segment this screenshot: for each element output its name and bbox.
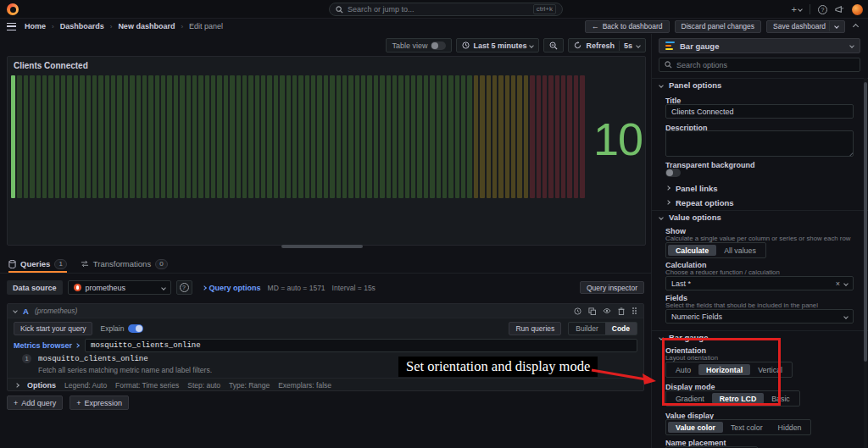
query-options-link[interactable]: Query options — [203, 284, 261, 292]
help-icon[interactable]: ? — [818, 5, 827, 14]
zoom-out-time-button[interactable] — [543, 38, 564, 53]
tab-transformations[interactable]: Transformations 0 — [81, 257, 168, 273]
menu-toggle-icon[interactable] — [7, 23, 16, 30]
option-calculate[interactable]: Calculate — [668, 245, 716, 256]
user-avatar[interactable] — [852, 4, 863, 15]
news-megaphone-icon[interactable] — [835, 5, 844, 14]
back-to-dashboard-button[interactable]: ← Back to dashboard — [585, 20, 670, 33]
chevron-down-icon[interactable] — [834, 24, 839, 29]
option-text-color[interactable]: Text color — [723, 422, 771, 433]
datasource-help-button[interactable]: ? — [176, 280, 192, 295]
option-value-color[interactable]: Value color — [668, 422, 723, 433]
options-search-input[interactable] — [676, 61, 854, 69]
discard-panel-changes-button[interactable]: Discard panel changes — [675, 20, 761, 33]
section-value-options[interactable]: Value options — [652, 210, 868, 224]
visualization-picker[interactable]: Bar gauge — [659, 38, 860, 53]
top-navigation-bar: ctrl+k + ? — [0, 0, 868, 19]
query-row-header[interactable]: A (prometheus) — [8, 304, 643, 318]
tab-queries[interactable]: Queries 1 — [8, 257, 67, 273]
explain-switch[interactable] — [128, 324, 143, 333]
gauge-cell — [461, 75, 465, 198]
show-desc: Calculate a single value per column or s… — [665, 235, 850, 242]
calculation-select[interactable]: Last * × — [665, 276, 854, 290]
duplicate-icon[interactable] — [588, 307, 596, 315]
breadcrumb-home[interactable]: Home — [25, 22, 46, 30]
refresh-interval[interactable]: 5s — [624, 41, 632, 50]
divider — [810, 4, 810, 14]
history-icon[interactable] — [574, 307, 581, 315]
datasource-picker[interactable]: prometheus — [68, 280, 171, 295]
add-expression-button[interactable]: + Expression — [70, 395, 129, 410]
builder-code-toggle: Builder Code — [568, 322, 637, 335]
save-dashboard-button[interactable]: Save dashboard — [766, 20, 845, 33]
chevron-right-icon — [665, 200, 670, 205]
trash-icon[interactable] — [618, 307, 625, 315]
add-menu-button[interactable]: + — [792, 5, 802, 14]
arrow-left-icon: ← — [592, 22, 599, 30]
option-format: Format: Time series — [115, 381, 179, 390]
add-query-button[interactable]: + Add query — [7, 395, 63, 410]
options-search[interactable] — [659, 58, 860, 72]
gauge-cell — [174, 75, 178, 198]
breadcrumb-dashboards[interactable]: Dashboards — [60, 22, 104, 30]
clear-icon[interactable]: × — [836, 279, 840, 288]
section-panel-links[interactable]: Panel links — [652, 181, 868, 195]
drag-handle-icon[interactable] — [632, 307, 637, 315]
gauge-cell — [530, 75, 534, 198]
refresh-button[interactable]: Refresh 5s — [568, 38, 646, 53]
chevron-down-icon — [843, 281, 849, 286]
table-view-toggle[interactable]: Table view — [386, 38, 452, 53]
option-hidden[interactable]: Hidden — [771, 422, 810, 433]
transparent-background-switch[interactable] — [665, 169, 681, 177]
time-range-picker[interactable]: Last 5 minutes — [456, 38, 539, 53]
divider — [829, 21, 830, 31]
gauge-cell — [124, 75, 128, 198]
bar-gauge-panel[interactable]: Clients Connected 10 — [7, 56, 646, 246]
description-textarea[interactable] — [665, 130, 854, 157]
gauge-cell — [211, 75, 215, 198]
gauge-cell — [98, 75, 103, 198]
database-icon — [8, 260, 16, 268]
sidebar-scrollbar-thumb[interactable] — [864, 82, 867, 362]
table-view-switch[interactable] — [431, 41, 446, 50]
kick-start-query-button[interactable]: Kick start your query — [14, 322, 92, 335]
query-options-summary[interactable]: Options Legend: Auto Format: Time series… — [8, 378, 643, 391]
gauge-cell — [474, 75, 478, 198]
bar-gauge-icon — [665, 41, 675, 51]
builder-option[interactable]: Builder — [569, 323, 604, 335]
metrics-browser-link[interactable]: Metrics browser — [14, 341, 79, 350]
collapse-header-icon[interactable] — [853, 23, 859, 29]
panel-title-input[interactable] — [665, 104, 854, 119]
global-search[interactable]: ctrl+k — [329, 3, 563, 16]
gauge-cell — [411, 75, 415, 198]
query-options-md: MD = auto = 1571 — [268, 284, 326, 292]
query-editor-toolbar: Kick start your query Explain Run querie… — [8, 318, 643, 338]
gauge-cell — [105, 75, 109, 198]
option-all-values[interactable]: All values — [716, 245, 764, 256]
eye-icon[interactable] — [603, 307, 611, 314]
collapse-query-icon[interactable] — [13, 308, 18, 313]
section-panel-options[interactable]: Panel options — [652, 78, 868, 91]
search-input[interactable] — [348, 5, 529, 14]
grafana-logo-icon[interactable] — [7, 3, 19, 15]
promql-query-input[interactable] — [85, 339, 637, 352]
help-icon: ? — [180, 283, 189, 292]
chevron-down-icon — [659, 215, 664, 220]
gauge-cell — [305, 75, 309, 198]
gauge-cell — [192, 75, 197, 198]
gauge-cell — [355, 75, 359, 198]
code-option[interactable]: Code — [605, 323, 637, 335]
breadcrumb-new-dashboard[interactable]: New dashboard — [118, 22, 175, 30]
query-inspector-button[interactable]: Query inspector — [580, 281, 644, 294]
section-repeat-options[interactable]: Repeat options — [652, 196, 868, 209]
fields-select[interactable]: Numeric Fields — [665, 309, 854, 324]
gauge-cell — [55, 75, 59, 198]
option-step: Step: auto — [187, 381, 220, 390]
gauge-cell — [417, 75, 421, 198]
run-queries-button[interactable]: Run queries — [509, 322, 561, 335]
chevron-down-icon — [659, 83, 664, 88]
pane-resize-handle[interactable] — [281, 245, 363, 248]
datasource-row: Data source prometheus ? Query options M… — [7, 279, 644, 296]
gauge-cell — [24, 75, 28, 198]
gauge-cell — [574, 75, 578, 198]
